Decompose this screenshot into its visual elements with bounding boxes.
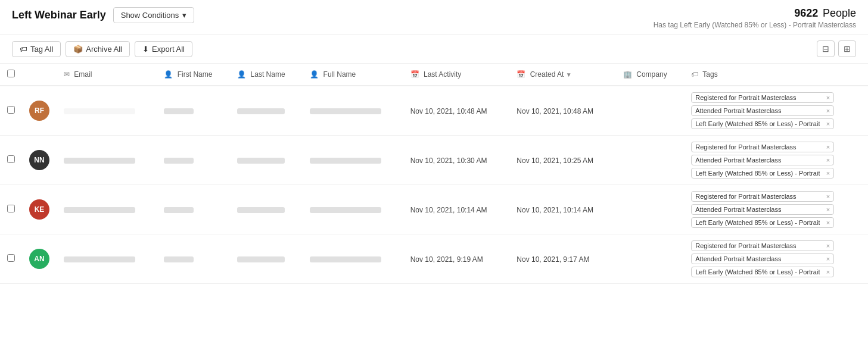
tag-remove-button[interactable]: × [826, 94, 830, 101]
tag-text: Attended Portrait Masterclass [695, 255, 781, 262]
avatar: RF [29, 101, 49, 121]
calendar-icon-2: 📅 [517, 70, 525, 79]
full-name-cell [303, 136, 403, 185]
created-at-value: Nov 10, 2021, 9:17 AM [517, 255, 589, 264]
tag-remove-button[interactable]: × [826, 120, 830, 127]
tags-col-label: Tags [702, 70, 717, 79]
redacted-first-name [164, 256, 194, 262]
tag-remove-button[interactable]: × [826, 268, 830, 276]
toolbar-actions: 🏷 Tag All 📦 Archive All ⬇ Export All [12, 41, 192, 57]
tag-badge: Left Early (Watched 85% or Less) - Portr… [691, 217, 834, 228]
email-cell [57, 136, 157, 185]
last-name-cell [230, 86, 303, 136]
tags-col-header[interactable]: 🏷 Tags [684, 64, 868, 86]
export-icon: ⬇ [142, 45, 149, 54]
redacted-last-name [237, 158, 285, 164]
archive-all-button[interactable]: 📦 Archive All [66, 41, 130, 57]
company-cell [616, 136, 684, 185]
tag-text: Left Early (Watched 85% or Less) - Portr… [695, 120, 820, 127]
row-checkbox-0[interactable] [7, 106, 15, 114]
tag-remove-button[interactable]: × [826, 206, 830, 213]
avatar: NN [29, 150, 49, 170]
last-name-col-header[interactable]: 👤 Last Name [230, 64, 303, 86]
full-name-col-header[interactable]: 👤 Full Name [303, 64, 403, 86]
last-name-cell [230, 234, 303, 284]
company-col-label: Company [636, 70, 667, 79]
archive-all-label: Archive All [86, 45, 122, 54]
last-name-cell [230, 136, 303, 185]
first-name-cell [157, 136, 230, 185]
people-count-display: 9622 People [654, 7, 856, 20]
tag-icon: 🏷 [20, 45, 27, 54]
redacted-full-name [310, 158, 381, 164]
redacted-last-name [237, 256, 285, 262]
select-all-cell [0, 64, 22, 86]
page-title: Left Webinar Early [12, 9, 106, 21]
export-all-button[interactable]: ⬇ Export All [135, 41, 192, 57]
tag-text: Attended Portrait Masterclass [695, 107, 781, 114]
tag-remove-button[interactable]: × [826, 157, 830, 164]
last-activity-value: Nov 10, 2021, 10:48 AM [410, 107, 487, 115]
tag-remove-button[interactable]: × [826, 107, 830, 114]
tag-text: Registered for Portrait Masterclass [695, 143, 796, 151]
tag-text: Registered for Portrait Masterclass [695, 193, 796, 200]
row-checkbox-3[interactable] [7, 254, 15, 262]
first-name-cell [157, 86, 230, 136]
row-checkbox-cell [0, 136, 22, 185]
tag-remove-button[interactable]: × [826, 143, 830, 151]
created-at-col-label: Created At [530, 70, 564, 79]
company-col-header[interactable]: 🏢 Company [616, 64, 684, 86]
person-icon-1: 👤 [164, 70, 173, 79]
chevron-down-icon: ▾ [182, 11, 186, 20]
first-name-col-header[interactable]: 👤 First Name [157, 64, 230, 86]
redacted-email [64, 256, 135, 262]
email-cell [57, 185, 157, 234]
row-checkbox-cell [0, 234, 22, 284]
tag-badge: Registered for Portrait Masterclass× [691, 92, 834, 103]
tag-badge: Attended Portrait Masterclass× [691, 204, 834, 215]
show-conditions-button[interactable]: Show Conditions ▾ [113, 7, 195, 23]
first-name-cell [157, 185, 230, 234]
contacts-table: ✉ Email 👤 First Name 👤 Last Name 👤 Full … [0, 64, 868, 284]
tag-badge: Attended Portrait Masterclass× [691, 155, 834, 165]
email-cell [57, 86, 157, 136]
tag-remove-button[interactable]: × [826, 193, 830, 200]
email-col-header[interactable]: ✉ Email [57, 64, 157, 86]
tag-badge: Attended Portrait Masterclass× [691, 254, 834, 264]
redacted-last-name [237, 207, 285, 213]
tag-badge: Registered for Portrait Masterclass× [691, 191, 834, 202]
filter-button[interactable]: ⊟ [817, 40, 835, 57]
tag-text: Left Early (Watched 85% or Less) - Portr… [695, 170, 820, 177]
tag-remove-button[interactable]: × [826, 170, 830, 177]
tag-all-button[interactable]: 🏷 Tag All [12, 41, 61, 57]
tags-cell: Registered for Portrait Masterclass×Atte… [684, 86, 868, 136]
tag-remove-button[interactable]: × [826, 242, 830, 249]
header-left: Left Webinar Early Show Conditions ▾ [12, 7, 194, 23]
row-checkbox-1[interactable] [7, 155, 15, 163]
last-activity-cell: Nov 10, 2021, 10:30 AM [403, 136, 510, 185]
row-checkbox-2[interactable] [7, 205, 15, 212]
person-icon-2: 👤 [237, 70, 246, 79]
created-at-col-header[interactable]: 📅 Created At ▼ [509, 64, 616, 86]
tag-remove-button[interactable]: × [826, 255, 830, 262]
toolbar-view-controls: ⊟ ⊞ [817, 40, 856, 57]
select-all-checkbox[interactable] [7, 70, 15, 77]
created-at-cell: Nov 10, 2021, 10:48 AM [509, 86, 616, 136]
avatar-cell: AN [22, 234, 57, 284]
columns-button[interactable]: ⊞ [838, 40, 856, 57]
tag-text: Registered for Portrait Masterclass [695, 242, 796, 249]
people-count: 9622 [794, 7, 818, 19]
redacted-full-name [310, 207, 381, 213]
tag-badge: Left Early (Watched 85% or Less) - Portr… [691, 118, 834, 129]
tags-container: Registered for Portrait Masterclass×Atte… [691, 191, 861, 228]
last-activity-value: Nov 10, 2021, 10:14 AM [410, 206, 487, 214]
tags-cell: Registered for Portrait Masterclass×Atte… [684, 185, 868, 234]
calendar-icon-1: 📅 [410, 70, 419, 79]
table-row: ANNov 10, 2021, 9:19 AMNov 10, 2021, 9:1… [0, 234, 868, 284]
tag-badge: Left Early (Watched 85% or Less) - Portr… [691, 267, 834, 277]
row-checkbox-cell [0, 185, 22, 234]
created-at-cell: Nov 10, 2021, 10:14 AM [509, 185, 616, 234]
created-at-cell: Nov 10, 2021, 10:25 AM [509, 136, 616, 185]
tag-remove-button[interactable]: × [826, 219, 830, 226]
last-activity-col-header[interactable]: 📅 Last Activity [403, 64, 510, 86]
